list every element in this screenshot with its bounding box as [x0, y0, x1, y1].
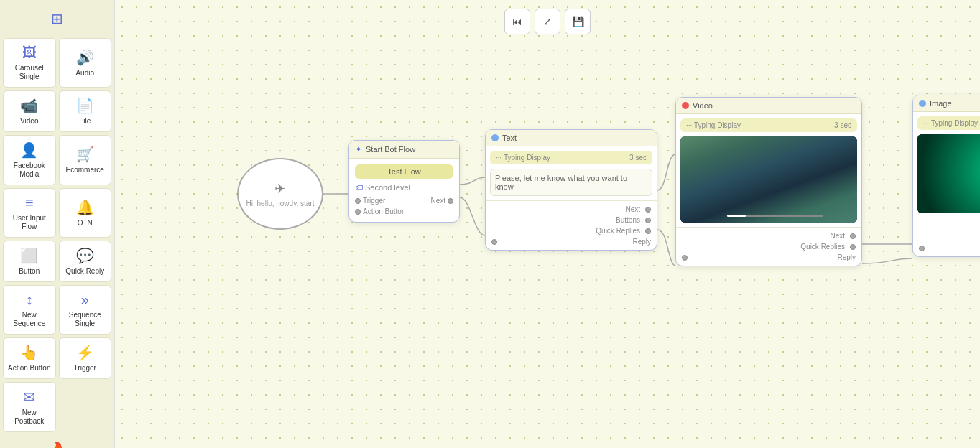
button-icon: ⬜ [20, 247, 38, 264]
image-node-title: Image [930, 99, 952, 108]
fit-button[interactable]: ⤢ [535, 9, 560, 34]
quick-replies-label: Quick Replies [596, 227, 640, 235]
save-button[interactable]: 💾 [565, 9, 591, 34]
quick-reply-icon: 💬 [76, 247, 94, 264]
next-connector [645, 207, 651, 213]
next-label: Next [625, 205, 640, 213]
video-progress-fill [727, 215, 746, 217]
video-thumbnail: ▶ 0:00 / 0:21 🔊 ⛶ ⋮ [680, 136, 857, 223]
sidebar-item-action-button[interactable]: 👆 Action Button [3, 337, 56, 379]
text-footer: Next Buttons Quick Replies Reply [486, 200, 657, 250]
video-node-header: Video [676, 98, 861, 114]
sidebar-item-label: User Input Flow [6, 214, 52, 231]
facebook-media-icon: 👤 [20, 141, 38, 159]
sidebar-item-label: Button [19, 267, 40, 276]
bot-flow-node-header: ✦ Start Bot Flow [349, 141, 459, 159]
text-node-header: Text [486, 130, 657, 146]
sidebar-item-new-postback[interactable]: ✉ New Postback [3, 382, 56, 432]
canvas: ⏮ ⤢ 💾 ✈ Hi, hello, howdy, start ✦ Start … [115, 0, 980, 448]
sidebar-item-button[interactable]: ⬜ Button [3, 241, 56, 282]
flame-icon: 🔥 [45, 442, 70, 448]
sidebar-item-audio[interactable]: 🔊 Audio [59, 38, 112, 88]
image-node[interactable]: Image ··· Typing Display 3 sec ● Next Qu… [912, 95, 980, 257]
video-next-row: Next [682, 230, 856, 241]
sidebar-item-label: Video [20, 117, 38, 126]
start-node-text: Hi, hello, howdy, start [246, 200, 315, 207]
sidebar-item-ecommerce[interactable]: 🛒 Ecommerce [59, 135, 112, 185]
otn-icon: 🔔 [76, 199, 94, 216]
image-type-dot [919, 100, 926, 107]
reset-button[interactable]: ⏮ [504, 9, 530, 34]
sidebar-item-user-input-flow[interactable]: ≡ User Input Flow [3, 188, 56, 238]
sidebar-item-label: File [79, 117, 91, 126]
carousel-single-icon: 🖼 [22, 45, 37, 61]
video-typing-sec: 3 sec [834, 121, 851, 129]
trigger-icon: ⚡ [76, 344, 94, 361]
sidebar-item-label: Audio [75, 69, 94, 78]
text-node[interactable]: Text ··· Typing Display 3 sec Please, le… [485, 129, 657, 251]
video-reply-label: Reply [837, 253, 856, 261]
image-quick-replies-row: Quick Replies [919, 232, 980, 243]
sidebar-item-label: Facebook Media [6, 162, 52, 179]
start-node[interactable]: ✈ Hi, hello, howdy, start [237, 158, 323, 230]
sidebar: ⊞ 🖼 Carousel Single 🔊 Audio 📹 Video 📄 Fi… [0, 0, 115, 448]
video-reply-row: Reply [682, 252, 856, 263]
video-quick-replies-label: Quick Replies [800, 243, 845, 251]
sidebar-item-file[interactable]: 📄 File [59, 90, 112, 132]
text-node-title: Text [502, 134, 517, 142]
video-node[interactable]: Video ··· Typing Display 3 sec ▶ 0:00 / … [675, 97, 862, 266]
typing-sec: 3 sec [629, 154, 647, 162]
buttons-label: Buttons [616, 216, 640, 224]
audio-icon: 🔊 [76, 49, 94, 66]
sidebar-item-carousel-single[interactable]: 🖼 Carousel Single [3, 38, 56, 88]
new-sequence-icon: ↕ [26, 291, 33, 308]
new-postback-icon: ✉ [23, 388, 35, 406]
image-typing-bar: ··· Typing Display 3 sec [917, 116, 980, 130]
image-reply-row: Reply [919, 243, 980, 253]
video-qr-connector [850, 244, 856, 250]
video-icon: 📹 [20, 97, 38, 114]
video-typing-display: ··· Typing Display [686, 121, 741, 129]
buttons-row: Buttons [491, 215, 651, 225]
typing-bar: ··· Typing Display 3 sec [490, 151, 652, 164]
sidebar-item-label: New Postback [6, 409, 52, 426]
sidebar-item-video[interactable]: 📹 Video [3, 90, 56, 132]
quick-replies-connector [645, 228, 651, 234]
sidebar-item-label: New Sequence [6, 311, 52, 328]
video-progress-bar [727, 215, 823, 217]
sidebar-item-label: Quick Reply [65, 267, 104, 276]
sidebar-grid: 🖼 Carousel Single 🔊 Audio 📹 Video 📄 File… [0, 35, 114, 435]
sidebar-item-facebook-media[interactable]: 👤 Facebook Media [3, 135, 56, 185]
video-node-title: Video [693, 101, 713, 110]
image-node-header: Image [913, 95, 980, 112]
sidebar-item-trigger[interactable]: ⚡ Trigger [59, 337, 112, 379]
sidebar-item-sequence-single[interactable]: » Sequence Single [59, 285, 112, 335]
sidebar-item-new-sequence[interactable]: ↕ New Sequence [3, 285, 56, 335]
file-icon: 📄 [76, 97, 94, 114]
trigger-row: Trigger Next [355, 196, 453, 205]
image-footer: Next Quick Replies Reply [913, 218, 980, 256]
sequence-single-icon: » [81, 291, 89, 308]
sidebar-item-quick-reply[interactable]: 💬 Quick Reply [59, 241, 112, 282]
sidebar-bottom: 🔥 [39, 435, 75, 448]
sidebar-item-label: Action Button [8, 364, 50, 373]
sidebar-item-otn[interactable]: 🔔 OTN [59, 188, 112, 238]
video-type-dot [682, 102, 689, 109]
buttons-connector [645, 218, 651, 223]
sidebar-top-icon[interactable]: ⊞ [0, 6, 114, 32]
image-typing-display: ··· Typing Display [923, 119, 978, 127]
video-next-connector [850, 233, 856, 239]
ecommerce-icon: 🛒 [76, 146, 94, 163]
next-row: Next [491, 204, 651, 215]
toolbar: ⏮ ⤢ 💾 [504, 9, 591, 34]
action-button-row: Action Button [355, 207, 453, 216]
sidebar-item-label: Sequence Single [63, 311, 108, 328]
video-quick-replies-row: Quick Replies [682, 241, 856, 252]
bot-flow-node[interactable]: ✦ Start Bot Flow Test Flow 🏷 Second leve… [348, 140, 460, 223]
image-next-row: Next [919, 221, 980, 232]
bot-flow-body: Test Flow 🏷 Second level Trigger Next Ac… [349, 159, 459, 222]
sidebar-item-label: Ecommerce [66, 166, 104, 174]
reply-label: Reply [632, 238, 651, 246]
user-input-flow-icon: ≡ [25, 195, 34, 211]
sidebar-item-label: OTN [78, 219, 93, 228]
